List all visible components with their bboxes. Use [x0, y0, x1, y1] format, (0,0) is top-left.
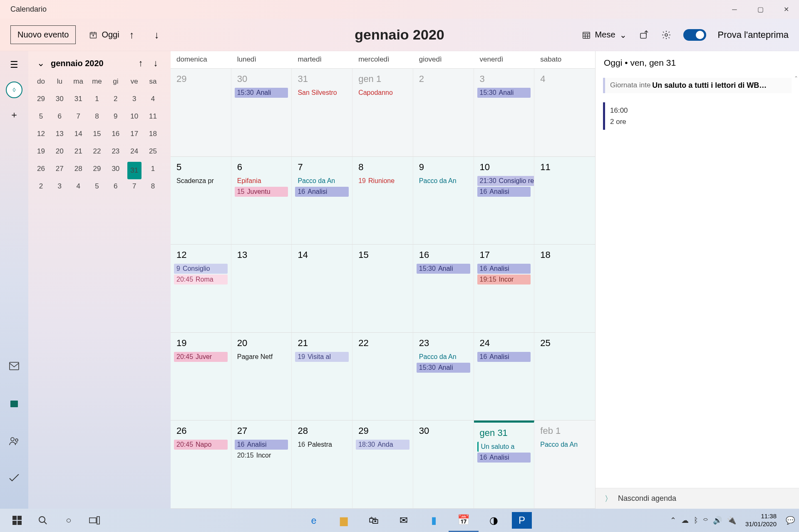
calendar-event[interactable]: 16Analisi: [477, 453, 531, 463]
mini-cal-day[interactable]: 11: [144, 108, 162, 125]
hamburger-button[interactable]: ☰: [5, 56, 23, 74]
calendar-day[interactable]: 2620:45Napo: [171, 421, 231, 508]
people-button[interactable]: [5, 432, 23, 450]
calendar-day[interactable]: 4: [534, 69, 595, 156]
add-calendar-button[interactable]: ＋: [5, 106, 23, 124]
agenda-item[interactable]: Giornata inte Un saluto a tutti i lettor…: [603, 78, 792, 93]
taskbar-clock[interactable]: 11:38 31/01/2020: [741, 512, 781, 528]
mini-cal-day[interactable]: 1: [88, 90, 107, 108]
mini-cal-day[interactable]: 2: [32, 178, 50, 195]
hide-agenda-button[interactable]: 〉 Nascondi agenda: [596, 488, 799, 509]
cortana-button[interactable]: ○: [56, 509, 82, 532]
mini-cal-day[interactable]: 14: [69, 125, 88, 143]
calendar-day[interactable]: 30: [413, 421, 474, 508]
calendar-day[interactable]: 7Pacco da An16Analisi: [292, 157, 352, 245]
calendar-event[interactable]: Pacco da An: [417, 352, 470, 362]
store-app-icon[interactable]: 🛍: [359, 509, 389, 532]
mini-cal-day[interactable]: 8: [144, 178, 162, 195]
calendar-event[interactable]: Capodanno: [356, 88, 409, 98]
mini-cal-day[interactable]: 30: [106, 160, 125, 178]
mini-cal-day[interactable]: 25: [144, 143, 162, 160]
calendar-day[interactable]: 1021:30Consiglio regionale - |16Analisi: [474, 157, 535, 245]
calendar-event[interactable]: Epifania: [235, 176, 288, 186]
calendar-day[interactable]: 29: [171, 69, 231, 156]
calendar-day[interactable]: 1920:45Juver: [171, 333, 231, 421]
mini-cal-day[interactable]: 27: [50, 160, 69, 178]
calendar-day[interactable]: 9Pacco da An: [413, 157, 474, 245]
mini-cal-day[interactable]: 1: [144, 160, 162, 178]
mini-cal-day[interactable]: 23: [106, 143, 125, 160]
start-button[interactable]: [4, 509, 30, 532]
mini-cal-day[interactable]: 30: [50, 90, 69, 108]
calendar-day[interactable]: gen 1Capodanno: [352, 69, 413, 156]
mini-cal-next-button[interactable]: ↓: [149, 58, 162, 69]
calendar-event[interactable]: 16Analisi: [477, 352, 531, 362]
mini-cal-day[interactable]: 6: [106, 178, 125, 195]
calendar-day[interactable]: 25: [534, 333, 595, 421]
next-month-button[interactable]: ↓: [148, 27, 166, 43]
onedrive-icon[interactable]: ☁: [681, 516, 689, 525]
calendar-day[interactable]: 5Scadenza pr: [171, 157, 231, 245]
mini-cal-day[interactable]: 5: [88, 178, 107, 195]
mini-cal-day[interactable]: 24: [125, 143, 144, 160]
mini-cal-day[interactable]: 2: [106, 90, 125, 108]
calendar-day[interactable]: 1615:30Anali: [413, 245, 474, 332]
mini-cal-day[interactable]: 21: [69, 143, 88, 160]
calendar-event[interactable]: 16Palestra: [295, 440, 349, 450]
outlook-account-button[interactable]: ◊: [5, 81, 23, 99]
mini-cal-day[interactable]: 13: [50, 125, 69, 143]
calendar-event[interactable]: Pacco da An: [417, 176, 470, 186]
calendar-day[interactable]: 15: [352, 245, 413, 332]
mini-cal-day[interactable]: 29: [88, 160, 107, 178]
calendar-event[interactable]: Pagare Netf: [235, 352, 288, 362]
calendar-day[interactable]: 2: [413, 69, 474, 156]
calendar-event[interactable]: 15:30Anali: [417, 363, 470, 373]
calendar-event[interactable]: 19Riunione: [356, 176, 409, 186]
mini-cal-day[interactable]: 10: [125, 108, 144, 125]
calendar-event[interactable]: 20:15Incor: [235, 450, 288, 460]
explorer-app-icon[interactable]: ▆: [329, 509, 359, 532]
calendar-event[interactable]: 16Analisi: [477, 187, 531, 197]
calendar-day[interactable]: 819Riunione: [352, 157, 413, 245]
mini-cal-day[interactable]: 31: [125, 160, 144, 178]
today-button[interactable]: Oggi: [89, 30, 119, 40]
calendar-day[interactable]: 23Pacco da An15:30Anali: [413, 333, 474, 421]
wifi-icon[interactable]: ⌔: [703, 516, 708, 525]
preview-toggle[interactable]: [683, 29, 706, 41]
calendar-event[interactable]: Scadenza pr: [174, 176, 228, 186]
mini-cal-day[interactable]: 12: [32, 125, 50, 143]
prev-month-button[interactable]: ↑: [123, 27, 141, 43]
calendar-day[interactable]: 22: [352, 333, 413, 421]
calendar-event[interactable]: Pacco da An: [295, 176, 349, 186]
mini-cal-collapse-button[interactable]: ⌄: [34, 58, 47, 69]
minimize-button[interactable]: ─: [722, 0, 747, 19]
maximize-button[interactable]: ▢: [747, 0, 773, 19]
calendar-event[interactable]: 15Juventu: [235, 187, 288, 197]
mini-cal-day[interactable]: 19: [32, 143, 50, 160]
calendar-event[interactable]: 16Analisi: [477, 264, 531, 274]
mini-cal-day[interactable]: 7: [125, 178, 144, 195]
calendar-event[interactable]: 9Consiglio: [174, 264, 228, 274]
power-icon[interactable]: 🔌: [727, 516, 736, 525]
calendar-day[interactable]: 129Consiglio20:45Roma: [171, 245, 231, 332]
mini-cal-day[interactable]: 22: [88, 143, 107, 160]
notifications-icon[interactable]: 💬: [786, 516, 795, 525]
mini-cal-day[interactable]: 4: [69, 178, 88, 195]
pinned-app-icon[interactable]: P: [512, 512, 532, 529]
calendar-event[interactable]: Un saluto a: [477, 442, 531, 452]
calendar-event[interactable]: 15:30Anali: [417, 264, 470, 274]
calendar-event[interactable]: 16Analisi: [235, 440, 288, 450]
mini-cal-grid[interactable]: 2930311234567891011121314151617181920212…: [32, 90, 162, 195]
calendar-event[interactable]: 19:15Incor: [477, 275, 531, 285]
calendar-day[interactable]: 2816Palestra: [292, 421, 352, 508]
calendar-event[interactable]: 20:45Roma: [174, 275, 228, 285]
calendar-day[interactable]: 20Pagare Netf: [231, 333, 292, 421]
calendar-event[interactable]: 21:30Consiglio regionale - |: [477, 176, 535, 186]
mini-cal-day[interactable]: 5: [32, 108, 50, 125]
bluetooth-icon[interactable]: ᛒ: [694, 516, 698, 525]
calendar-day[interactable]: 11: [534, 157, 595, 245]
calendar-event[interactable]: 15:30Anali: [477, 88, 531, 98]
calendar-event[interactable]: 20:45Napo: [174, 440, 228, 450]
phone-app-icon[interactable]: ▮: [419, 509, 449, 532]
calendar-day[interactable]: 2119Visita al: [292, 333, 352, 421]
